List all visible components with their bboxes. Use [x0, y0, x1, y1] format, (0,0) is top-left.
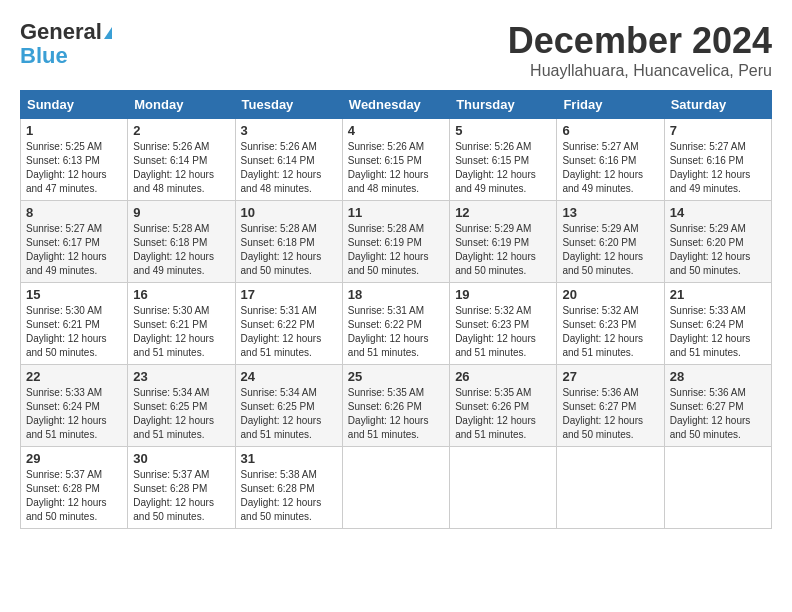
day-20: 20Sunrise: 5:32 AM Sunset: 6:23 PM Dayli…	[557, 283, 664, 365]
week-row-5: 29Sunrise: 5:37 AM Sunset: 6:28 PM Dayli…	[21, 447, 772, 529]
logo: General Blue	[20, 20, 112, 68]
day-29: 29Sunrise: 5:37 AM Sunset: 6:28 PM Dayli…	[21, 447, 128, 529]
col-wednesday: Wednesday	[342, 91, 449, 119]
day-16: 16Sunrise: 5:30 AM Sunset: 6:21 PM Dayli…	[128, 283, 235, 365]
logo-line1: General	[20, 20, 112, 44]
title-section: December 2024 Huayllahuara, Huancavelica…	[508, 20, 772, 80]
day-10: 10Sunrise: 5:28 AM Sunset: 6:18 PM Dayli…	[235, 201, 342, 283]
col-tuesday: Tuesday	[235, 91, 342, 119]
day-23: 23Sunrise: 5:34 AM Sunset: 6:25 PM Dayli…	[128, 365, 235, 447]
week-row-4: 22Sunrise: 5:33 AM Sunset: 6:24 PM Dayli…	[21, 365, 772, 447]
day-18: 18Sunrise: 5:31 AM Sunset: 6:22 PM Dayli…	[342, 283, 449, 365]
week-row-2: 8Sunrise: 5:27 AM Sunset: 6:17 PM Daylig…	[21, 201, 772, 283]
empty-cell	[664, 447, 771, 529]
day-8: 8Sunrise: 5:27 AM Sunset: 6:17 PM Daylig…	[21, 201, 128, 283]
day-6: 6Sunrise: 5:27 AM Sunset: 6:16 PM Daylig…	[557, 119, 664, 201]
day-25: 25Sunrise: 5:35 AM Sunset: 6:26 PM Dayli…	[342, 365, 449, 447]
day-2: 2Sunrise: 5:26 AM Sunset: 6:14 PM Daylig…	[128, 119, 235, 201]
empty-cell	[342, 447, 449, 529]
header-row: Sunday Monday Tuesday Wednesday Thursday…	[21, 91, 772, 119]
day-19: 19Sunrise: 5:32 AM Sunset: 6:23 PM Dayli…	[450, 283, 557, 365]
day-31: 31Sunrise: 5:38 AM Sunset: 6:28 PM Dayli…	[235, 447, 342, 529]
day-11: 11Sunrise: 5:28 AM Sunset: 6:19 PM Dayli…	[342, 201, 449, 283]
col-friday: Friday	[557, 91, 664, 119]
month-title: December 2024	[508, 20, 772, 62]
logo-line2: Blue	[20, 44, 112, 68]
day-7: 7Sunrise: 5:27 AM Sunset: 6:16 PM Daylig…	[664, 119, 771, 201]
day-30: 30Sunrise: 5:37 AM Sunset: 6:28 PM Dayli…	[128, 447, 235, 529]
day-28: 28Sunrise: 5:36 AM Sunset: 6:27 PM Dayli…	[664, 365, 771, 447]
day-4: 4Sunrise: 5:26 AM Sunset: 6:15 PM Daylig…	[342, 119, 449, 201]
col-saturday: Saturday	[664, 91, 771, 119]
day-24: 24Sunrise: 5:34 AM Sunset: 6:25 PM Dayli…	[235, 365, 342, 447]
page-header: General Blue December 2024 Huayllahuara,…	[20, 20, 772, 80]
col-sunday: Sunday	[21, 91, 128, 119]
day-12: 12Sunrise: 5:29 AM Sunset: 6:19 PM Dayli…	[450, 201, 557, 283]
day-5: 5Sunrise: 5:26 AM Sunset: 6:15 PM Daylig…	[450, 119, 557, 201]
col-thursday: Thursday	[450, 91, 557, 119]
day-26: 26Sunrise: 5:35 AM Sunset: 6:26 PM Dayli…	[450, 365, 557, 447]
empty-cell	[450, 447, 557, 529]
location-title: Huayllahuara, Huancavelica, Peru	[508, 62, 772, 80]
day-27: 27Sunrise: 5:36 AM Sunset: 6:27 PM Dayli…	[557, 365, 664, 447]
day-22: 22Sunrise: 5:33 AM Sunset: 6:24 PM Dayli…	[21, 365, 128, 447]
week-row-1: 1Sunrise: 5:25 AM Sunset: 6:13 PM Daylig…	[21, 119, 772, 201]
day-3: 3Sunrise: 5:26 AM Sunset: 6:14 PM Daylig…	[235, 119, 342, 201]
empty-cell	[557, 447, 664, 529]
day-21: 21Sunrise: 5:33 AM Sunset: 6:24 PM Dayli…	[664, 283, 771, 365]
col-monday: Monday	[128, 91, 235, 119]
week-row-3: 15Sunrise: 5:30 AM Sunset: 6:21 PM Dayli…	[21, 283, 772, 365]
day-15: 15Sunrise: 5:30 AM Sunset: 6:21 PM Dayli…	[21, 283, 128, 365]
day-1: 1Sunrise: 5:25 AM Sunset: 6:13 PM Daylig…	[21, 119, 128, 201]
day-14: 14Sunrise: 5:29 AM Sunset: 6:20 PM Dayli…	[664, 201, 771, 283]
day-9: 9Sunrise: 5:28 AM Sunset: 6:18 PM Daylig…	[128, 201, 235, 283]
day-13: 13Sunrise: 5:29 AM Sunset: 6:20 PM Dayli…	[557, 201, 664, 283]
day-17: 17Sunrise: 5:31 AM Sunset: 6:22 PM Dayli…	[235, 283, 342, 365]
calendar-table: Sunday Monday Tuesday Wednesday Thursday…	[20, 90, 772, 529]
